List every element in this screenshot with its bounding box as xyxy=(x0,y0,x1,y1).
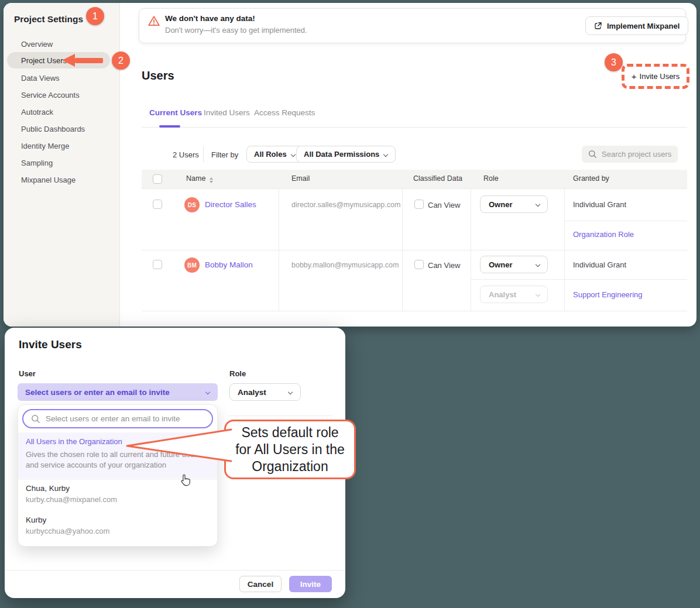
plus-icon: + xyxy=(632,71,637,81)
chevron-down-icon xyxy=(536,262,540,267)
callout-text: for All Users in the xyxy=(235,441,345,458)
search-project-users-input[interactable] xyxy=(602,150,672,159)
chevron-down-icon xyxy=(205,390,210,394)
external-link-icon xyxy=(594,22,602,30)
all-roles-label: All Roles xyxy=(254,150,287,159)
can-view-checkbox[interactable] xyxy=(414,200,424,209)
user-name-link[interactable]: Bobby Mallon xyxy=(205,260,253,269)
annotation-badge-2: 2 xyxy=(112,51,130,70)
can-view-checkbox[interactable] xyxy=(414,260,424,269)
sidebar-item-sampling[interactable]: Sampling xyxy=(21,159,53,167)
annotation-badge-3: 3 xyxy=(605,53,623,71)
callout-text: Organization xyxy=(252,458,328,475)
role-field-label: Role xyxy=(229,369,246,378)
sidebar-item-identity-merge[interactable]: Identity Merge xyxy=(21,142,69,150)
avatar: DS xyxy=(184,197,200,212)
row-divider xyxy=(142,311,687,311)
user-name-link[interactable]: Director Salles xyxy=(205,200,256,209)
role-select[interactable]: Owner xyxy=(480,195,548,213)
can-view-label: Can View xyxy=(428,261,460,270)
implement-mixpanel-label: Implement Mixpanel xyxy=(607,22,680,30)
avatar: BM xyxy=(184,257,200,273)
tab-invited-users[interactable]: Invited Users xyxy=(204,108,250,117)
organization-role-link[interactable]: Organization Role xyxy=(573,230,634,239)
sidebar-item-project-users[interactable]: Project Users xyxy=(21,56,67,65)
user-count: 2 Users xyxy=(173,150,199,159)
user-select-value: Select users or enter an email to invite xyxy=(25,388,170,397)
dropdown-search-input[interactable] xyxy=(46,414,204,423)
all-data-permissions-label: All Data Permissions xyxy=(304,150,379,159)
role-select[interactable]: Analyst xyxy=(229,383,301,401)
invite-users-button[interactable]: + Invite Users xyxy=(622,64,689,89)
sidebar-item-data-views[interactable]: Data Views xyxy=(21,74,60,83)
sort-icon xyxy=(210,177,213,183)
chevron-down-icon xyxy=(536,202,540,207)
role-select[interactable]: Owner xyxy=(480,256,548,273)
invite-button[interactable]: Invite xyxy=(289,576,332,592)
option-user-email: kurbycchua@yahoo.com xyxy=(26,527,109,535)
annotation-arrow-icon xyxy=(62,54,75,67)
sidebar-item-autotrack[interactable]: Autotrack xyxy=(21,108,53,116)
sidebar-item-service-accounts[interactable]: Service Accounts xyxy=(21,91,80,99)
sidebar-item-overview[interactable]: Overview xyxy=(21,40,53,49)
cancel-button[interactable]: Cancel xyxy=(239,576,282,592)
implement-mixpanel-button[interactable]: Implement Mixpanel xyxy=(585,16,688,35)
warning-icon xyxy=(147,15,160,28)
banner-title: We don't have any data! xyxy=(165,14,255,23)
tab-current-users[interactable]: Current Users xyxy=(149,108,202,117)
granted-by-value: Individual Grant xyxy=(573,260,626,269)
tab-access-requests[interactable]: Access Requests xyxy=(254,108,315,117)
option-user-name[interactable]: Chua, Kurby xyxy=(26,484,70,493)
callout-tail xyxy=(120,425,234,466)
invite-users-label: Invite Users xyxy=(640,72,680,81)
modal-title: Invite Users xyxy=(19,338,82,351)
annotation-arrow-tail xyxy=(75,58,103,63)
user-select[interactable]: Select users or enter an email to invite xyxy=(18,383,218,401)
chevron-down-icon xyxy=(291,152,296,157)
user-email: director.salles@mymusicapp.com xyxy=(291,201,400,209)
chevron-down-icon xyxy=(288,390,293,394)
search-project-users[interactable] xyxy=(582,146,678,163)
filter-by-label: Filter by xyxy=(211,150,238,159)
chevron-down-icon xyxy=(536,292,540,297)
column-classified-data: Classified Data xyxy=(413,174,462,183)
role-select-value: Analyst xyxy=(238,388,266,397)
toolbar-divider xyxy=(203,146,204,162)
granted-by-value: Individual Grant xyxy=(573,200,626,209)
callout-text: Sets default role xyxy=(241,424,338,441)
row-checkbox[interactable] xyxy=(153,260,162,269)
sidebar-item-mixpanel-usage[interactable]: Mixpanel Usage xyxy=(21,176,76,184)
row-checkbox[interactable] xyxy=(153,200,162,209)
option-all-users-link[interactable]: All Users in the Organization xyxy=(26,437,122,446)
column-role: Role xyxy=(483,174,499,183)
role-value: Analyst xyxy=(489,290,516,299)
annotation-badge-1: 1 xyxy=(86,7,104,25)
all-roles-filter[interactable]: All Roles xyxy=(246,146,303,163)
user-email: bobby.mallon@mymusicapp.com xyxy=(291,261,399,269)
sidebar-item-public-dashboards[interactable]: Public Dashboards xyxy=(21,125,85,133)
row-divider xyxy=(142,250,687,250)
can-view-label: Can View xyxy=(428,201,460,209)
role-select-disabled: Analyst xyxy=(480,286,548,303)
sidebar-title: Project Settings xyxy=(14,14,83,25)
banner-description: Don't worry—it's easy to get implemented… xyxy=(165,26,307,35)
search-icon xyxy=(31,414,40,424)
subrow-divider xyxy=(471,279,687,280)
tabs-divider xyxy=(142,127,687,128)
row-divider xyxy=(142,188,687,189)
role-value: Owner xyxy=(489,200,512,209)
column-name[interactable]: Name xyxy=(186,174,213,183)
select-all-checkbox[interactable] xyxy=(153,174,162,184)
support-engineering-link[interactable]: Support Engineering xyxy=(573,290,643,299)
modal-divider xyxy=(228,415,332,416)
option-user-email: kurby.chua@mixpanel.com xyxy=(26,495,117,504)
column-email: Email xyxy=(291,174,310,183)
active-tab-indicator xyxy=(159,125,180,128)
all-data-permissions-filter[interactable]: All Data Permissions xyxy=(296,146,396,163)
chevron-down-icon xyxy=(383,152,388,157)
option-user-name[interactable]: Kurby xyxy=(26,516,46,524)
user-field-label: User xyxy=(19,369,36,378)
callout-bubble: Sets default role for All Users in the O… xyxy=(224,420,356,479)
page-title: Users xyxy=(142,69,174,83)
role-value: Owner xyxy=(489,260,512,269)
